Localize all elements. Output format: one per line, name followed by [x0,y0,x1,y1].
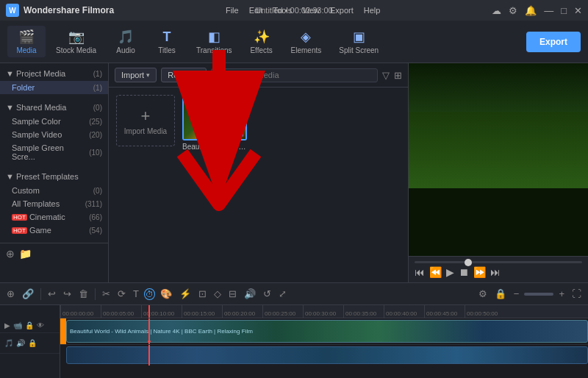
media-panel: Import ▾ Record ▾ 🔍 ▽ ⊞ + Import Media [109,63,408,282]
cinematic-label: HOTCinematic [12,213,65,221]
tl-zoom-in-icon[interactable]: + [556,287,567,301]
menu-export[interactable]: Export [330,6,354,15]
notification-icon[interactable]: 🔔 [525,5,537,16]
folder-icon[interactable]: 📁 [19,248,32,260]
close-button[interactable]: ✕ [574,5,582,16]
tl-zoom-bar[interactable] [524,293,553,296]
elements-label: Elements [291,46,322,54]
tl-stabilize-icon[interactable]: ⊡ [196,287,209,301]
record-button[interactable]: Record ▾ [161,68,206,82]
game-label: HOTGame [12,226,51,235]
preview-progress-bar[interactable] [415,261,582,263]
video-track-toggle[interactable]: ▶ [4,321,10,329]
all-templates-count: (311) [85,200,102,208]
tool-effects[interactable]: ✨ Effects [243,26,281,57]
tl-clock-icon[interactable]: ⏱ [144,288,155,300]
play-icon[interactable]: ▶ [446,266,454,278]
folder-label: Folder [12,83,35,92]
sidebar-item-custom[interactable]: Custom (0) [0,184,108,197]
tick-35: 00:00:35:00 [343,305,384,318]
tool-split-screen[interactable]: ▣ Split Screen [331,26,386,57]
tool-media[interactable]: 🎬 Media [7,26,46,57]
cloud-icon[interactable]: ☁ [492,5,501,16]
filter-icon[interactable]: ▽ [382,70,390,81]
skip-forward-icon[interactable]: ⏭ [490,266,501,278]
tl-color-icon[interactable]: 🎨 [158,287,174,301]
check-icon: ✓ [233,126,243,137]
tl-add-icon[interactable]: ⊕ [4,287,17,301]
sample-green-label: Sample Green Scre... [12,143,89,161]
video-clip[interactable]: Beautiful World - Wild Animals | Nature … [66,320,588,343]
media-grid: + Import Media ⤢ ✓ Beautiful World - Wil… [109,88,408,158]
menu-file[interactable]: File [226,6,239,15]
video-track-eye[interactable]: 👁 [37,321,44,329]
progress-thumb[interactable] [465,259,472,266]
sidebar-item-cinematic[interactable]: HOTCinematic (66) [0,210,108,224]
tl-settings-icon[interactable]: ⚙ [476,287,490,301]
tl-speed-icon[interactable]: ⚡ [177,287,193,301]
import-media-label: Import Media [124,127,167,135]
tl-transform-icon[interactable]: ⟳ [115,287,128,301]
sidebar-section-label-shared-media: ▼ Shared Media [6,103,66,112]
tl-link-icon[interactable]: 🔗 [20,287,36,301]
import-button[interactable]: Import ▾ [115,68,157,82]
tl-fullscreen-icon[interactable]: ⛶ [570,287,584,301]
tl-expand-icon[interactable]: ⤢ [276,287,289,301]
search-box: 🔍 [211,68,378,82]
tl-text-icon[interactable]: T [131,287,141,301]
video-track-icon: 📹 [13,321,22,329]
stop-icon[interactable]: ⏹ [459,266,469,278]
sidebar-item-all-templates[interactable]: All Templates (311) [0,197,108,210]
media-item-label: Beautiful World - Wild A... [182,143,247,151]
tool-audio[interactable]: 🎵 Audio [107,26,145,57]
playhead[interactable] [148,305,150,318]
sidebar-section-header-project-media[interactable]: ▼ Project Media (1) [0,66,108,81]
media-icons: ▽ ⊞ [382,70,402,81]
step-back-icon[interactable]: ⏪ [429,266,442,278]
tl-split-icon[interactable]: ⊟ [226,287,239,301]
tl-delete-icon[interactable]: 🗑 [76,287,90,301]
add-folder-icon[interactable]: ⊕ [6,248,15,260]
stock-media-icon: 📷 [68,29,85,45]
tool-elements[interactable]: ◈ Elements [284,26,329,57]
sidebar-item-sample-green[interactable]: Sample Green Scre... (10) [0,141,108,163]
sidebar-item-sample-video[interactable]: Sample Video (20) [0,128,108,141]
tl-redo-icon[interactable]: ↪ [61,287,74,301]
tl-audio-icon[interactable]: 🔊 [242,287,258,301]
tl-keyframe-icon[interactable]: ◇ [212,287,223,301]
tl-lock-icon[interactable]: 🔒 [492,287,509,301]
timeline-labels: ▶ 📹 🔒 👁 🎵 🔊 🔒 [0,305,60,378]
tl-refresh-icon[interactable]: ↺ [261,287,273,301]
search-input[interactable] [229,71,373,79]
audio-track-mute[interactable]: 🔒 [28,339,37,347]
sidebar-item-folder[interactable]: Folder (1) [0,81,108,94]
tl-undo-icon[interactable]: ↩ [46,287,58,301]
audio-clip[interactable] [66,346,588,364]
tl-separator-1 [40,288,41,300]
tool-transitions[interactable]: ◧ Transitions [189,26,240,57]
tl-cut-icon[interactable]: ✂ [100,287,112,301]
preview-video [409,63,588,256]
tool-titles[interactable]: T Titles [148,26,186,57]
video-track-lock[interactable]: 🔒 [25,321,34,329]
tl-zoom-out-icon[interactable]: − [512,287,522,301]
sidebar-section-header-preset-templates[interactable]: ▼ Preset Templates [0,169,108,184]
tool-stock-media[interactable]: 📷 Stock Media [49,26,104,57]
sidebar-item-game[interactable]: HOTGame (54) [0,224,108,237]
minimize-button[interactable]: — [544,5,553,16]
menu-help[interactable]: Help [364,6,381,15]
sidebar-item-sample-color[interactable]: Sample Color (25) [0,115,108,128]
media-item-beautiful-world[interactable]: ⤢ ✓ Beautiful World - Wild A... [182,95,247,151]
import-media-button[interactable]: + Import Media [116,95,175,146]
project-media-count: (1) [93,70,102,78]
settings-icon[interactable]: ⚙ [509,5,517,16]
audio-track-volume[interactable]: 🔊 [16,339,25,347]
skip-back-icon[interactable]: ⏮ [415,266,425,278]
export-button[interactable]: Export [526,32,581,52]
grid-icon[interactable]: ⊞ [394,70,402,81]
timeline: ⊕ 🔗 ↩ ↪ 🗑 ✂ ⟳ T ⏱ 🎨 ⚡ ⊡ ◇ ⊟ 🔊 ↺ ⤢ ⚙ 🔒 − … [0,282,588,378]
maximize-button[interactable]: □ [561,5,567,16]
sidebar-section-header-shared-media[interactable]: ▼ Shared Media (0) [0,100,108,115]
preview-scene [409,63,588,256]
step-forward-icon[interactable]: ⏩ [473,266,486,278]
